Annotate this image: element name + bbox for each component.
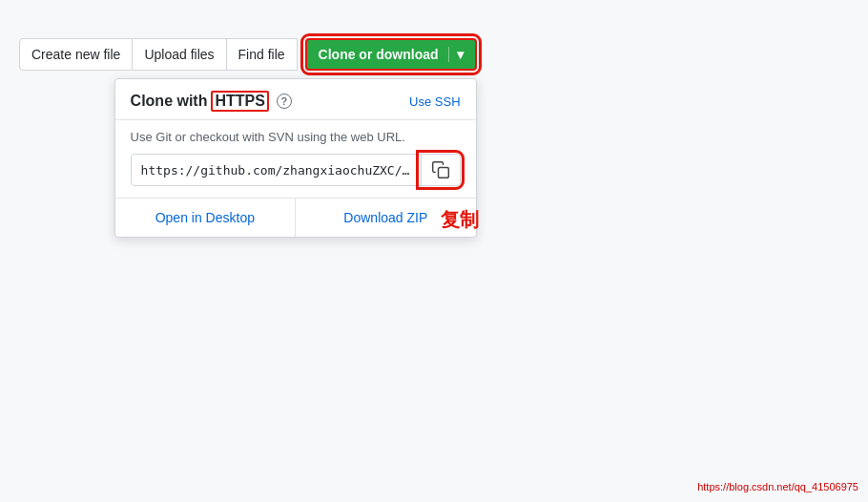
copy-button[interactable] (421, 155, 460, 185)
open-in-desktop-button[interactable]: Open in Desktop (115, 199, 296, 237)
watermark-text: https://blog.csdn.net/qq_41506975 (697, 481, 858, 492)
copy-chinese-label: 复制 (441, 207, 479, 233)
use-ssh-link[interactable]: Use SSH (409, 94, 460, 109)
https-label: HTTPS (211, 91, 268, 112)
url-row: 复制 (131, 154, 461, 186)
clone-dropdown-panel: Clone with HTTPS ? Use SSH Use Git or ch… (114, 78, 477, 238)
create-new-file-button[interactable]: Create new file (19, 38, 133, 71)
clone-url-input[interactable] (132, 157, 421, 183)
panel-body: Use Git or checkout with SVN using the w… (115, 120, 476, 198)
panel-title: Clone with HTTPS ? (131, 91, 292, 112)
panel-footer: Open in Desktop Download ZIP (115, 198, 476, 237)
clipboard-icon (431, 160, 450, 179)
clone-or-download-button[interactable]: Clone or download ▾ (305, 38, 477, 71)
svg-rect-0 (438, 168, 448, 178)
clone-or-download-label: Clone or download (319, 47, 439, 62)
help-icon[interactable]: ? (277, 94, 292, 109)
clone-with-label: Clone with (131, 93, 208, 110)
panel-header: Clone with HTTPS ? Use SSH (115, 79, 476, 120)
dropdown-arrow-icon: ▾ (448, 47, 464, 62)
panel-description: Use Git or checkout with SVN using the w… (131, 130, 461, 144)
upload-files-button[interactable]: Upload files (133, 38, 226, 71)
toolbar: Create new file Upload files Find file C… (19, 38, 477, 71)
find-file-button[interactable]: Find file (227, 38, 298, 71)
